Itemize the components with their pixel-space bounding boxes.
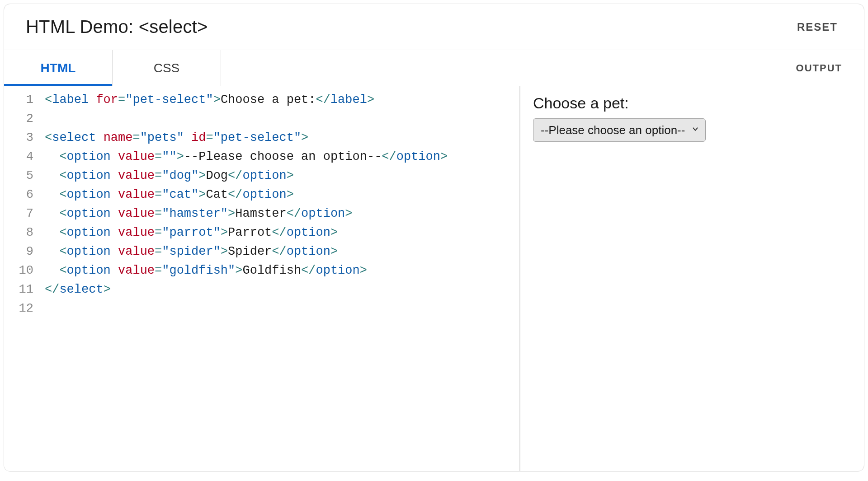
line-number: 1	[4, 91, 33, 110]
code-line[interactable]: <option value="hamster">Hamster</option>	[45, 205, 513, 224]
output-label-text: Choose a pet:	[533, 94, 851, 112]
line-number: 8	[4, 224, 33, 243]
line-number: 2	[4, 110, 33, 129]
pet-select-wrap: --Please choose an option--DogCatHamster…	[533, 118, 706, 142]
line-number-gutter: 123456789101112	[4, 86, 40, 471]
code-line[interactable]: <select name="pets" id="pet-select">	[45, 129, 513, 148]
line-number: 12	[4, 299, 33, 318]
line-number: 3	[4, 129, 33, 148]
code-area[interactable]: <label for="pet-select">Choose a pet:</l…	[40, 86, 519, 471]
pet-select[interactable]: --Please choose an option--DogCatHamster…	[533, 118, 706, 142]
demo-header: HTML Demo: <select> RESET	[4, 4, 864, 50]
code-line[interactable]	[45, 299, 513, 318]
line-number: 4	[4, 148, 33, 167]
code-line[interactable]: <label for="pet-select">Choose a pet:</l…	[45, 91, 513, 110]
code-line[interactable]: </select>	[45, 280, 513, 299]
demo-title: HTML Demo: <select>	[26, 17, 208, 37]
code-line[interactable]: <option value="parrot">Parrot</option>	[45, 224, 513, 243]
demo-body: 123456789101112 <label for="pet-select">…	[4, 86, 864, 471]
code-editor[interactable]: 123456789101112 <label for="pet-select">…	[4, 86, 520, 471]
tab-css[interactable]: CSS	[113, 50, 221, 86]
line-number: 7	[4, 205, 33, 224]
output-pane: Choose a pet: --Please choose an option-…	[520, 86, 864, 471]
code-line[interactable]: <option value="spider">Spider</option>	[45, 243, 513, 262]
demo-card: HTML Demo: <select> RESET HTML CSS OUTPU…	[4, 4, 864, 472]
code-line[interactable]: <option value="">--Please choose an opti…	[45, 148, 513, 167]
line-number: 10	[4, 262, 33, 280]
line-number: 11	[4, 280, 33, 299]
code-line[interactable]	[45, 110, 513, 129]
tabs-row: HTML CSS OUTPUT	[4, 50, 864, 86]
output-tab-label: OUTPUT	[787, 50, 864, 86]
line-number: 6	[4, 186, 33, 205]
code-line[interactable]: <option value="dog">Dog</option>	[45, 167, 513, 186]
reset-button[interactable]: RESET	[793, 18, 842, 36]
line-number: 5	[4, 167, 33, 186]
code-line[interactable]: <option value="goldfish">Goldfish</optio…	[45, 262, 513, 280]
code-line[interactable]: <option value="cat">Cat</option>	[45, 186, 513, 205]
tabs-spacer	[221, 50, 787, 86]
tab-html[interactable]: HTML	[4, 50, 113, 86]
line-number: 9	[4, 243, 33, 262]
